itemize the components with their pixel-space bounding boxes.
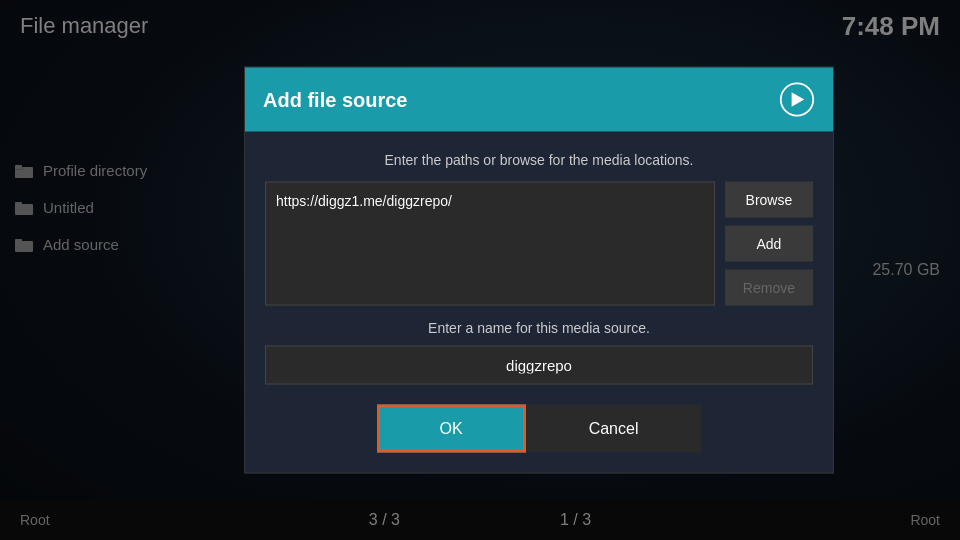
ok-button[interactable]: OK bbox=[377, 405, 526, 453]
dialog-header: Add file source bbox=[245, 68, 833, 132]
browse-button[interactable]: Browse bbox=[725, 182, 813, 218]
name-instruction: Enter a name for this media source. bbox=[265, 320, 813, 336]
dialog-title: Add file source bbox=[263, 88, 407, 111]
cancel-button[interactable]: Cancel bbox=[526, 405, 702, 453]
side-buttons: Browse Add Remove bbox=[725, 182, 813, 306]
path-row: https://diggz1.me/diggzrepo/ Browse Add … bbox=[265, 182, 813, 306]
dialog-body: Enter the paths or browse for the media … bbox=[245, 132, 833, 473]
svg-marker-8 bbox=[792, 92, 805, 106]
add-button[interactable]: Add bbox=[725, 226, 813, 262]
path-instruction: Enter the paths or browse for the media … bbox=[265, 152, 813, 168]
add-file-source-dialog: Add file source Enter the paths or brows… bbox=[244, 67, 834, 474]
kodi-logo-icon bbox=[779, 82, 815, 118]
path-input[interactable]: https://diggz1.me/diggzrepo/ bbox=[265, 182, 715, 306]
remove-button[interactable]: Remove bbox=[725, 270, 813, 306]
dialog-actions: OK Cancel bbox=[265, 405, 813, 453]
name-input[interactable] bbox=[265, 346, 813, 385]
